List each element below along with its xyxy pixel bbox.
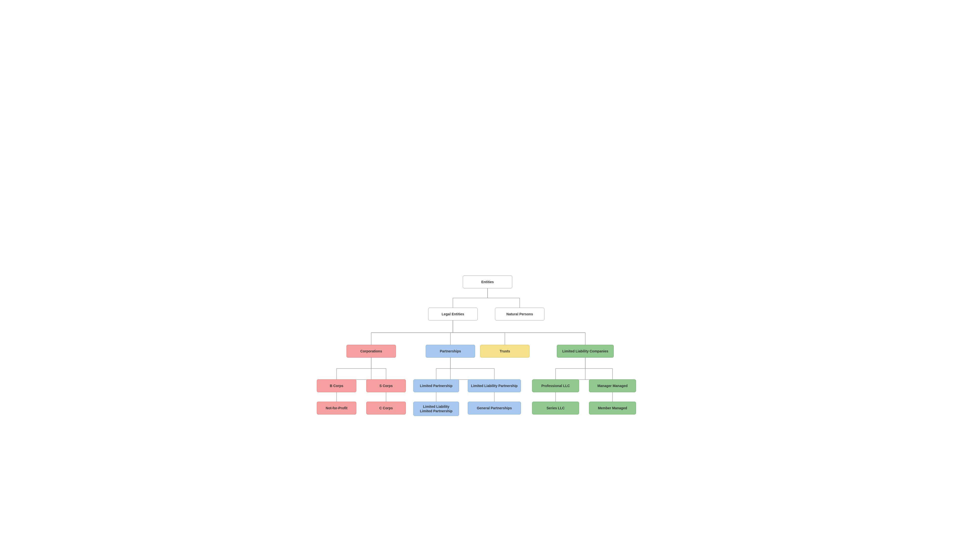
limited-partnership-node: Limited Partnership xyxy=(413,380,459,392)
partnerships-node: Partnerships xyxy=(426,345,475,357)
legal-entities-node: Legal Entities xyxy=(428,308,477,321)
professional-llc-node: Professional LLC xyxy=(532,380,579,392)
trusts-node: Trusts xyxy=(480,345,530,357)
not-for-profit-node: Not-for-Profit xyxy=(317,402,356,414)
llp-node: Limited Liability Partnership xyxy=(468,380,521,392)
natural-persons-node: Natural Persons xyxy=(495,308,544,321)
general-partnerships-node: General Partnerships xyxy=(468,402,521,414)
manager-managed-node: Manager Managed xyxy=(589,380,636,392)
entities-node: Entities xyxy=(463,275,512,288)
llc-node: Limited Liability Companies xyxy=(557,345,614,357)
b-corps-node: B Corps xyxy=(317,380,356,392)
lllp-node: Limited Liability Limited Partnership xyxy=(413,402,459,416)
series-llc-node: Series LLC xyxy=(532,402,579,414)
s-corps-node: S Corps xyxy=(366,380,406,392)
member-managed-node: Member Managed xyxy=(589,402,636,414)
diagram: Entities Legal Entities Natural Persons … xyxy=(317,260,663,291)
corporations-node: Corporations xyxy=(347,345,396,357)
c-corps-node: C Corps xyxy=(366,402,406,414)
